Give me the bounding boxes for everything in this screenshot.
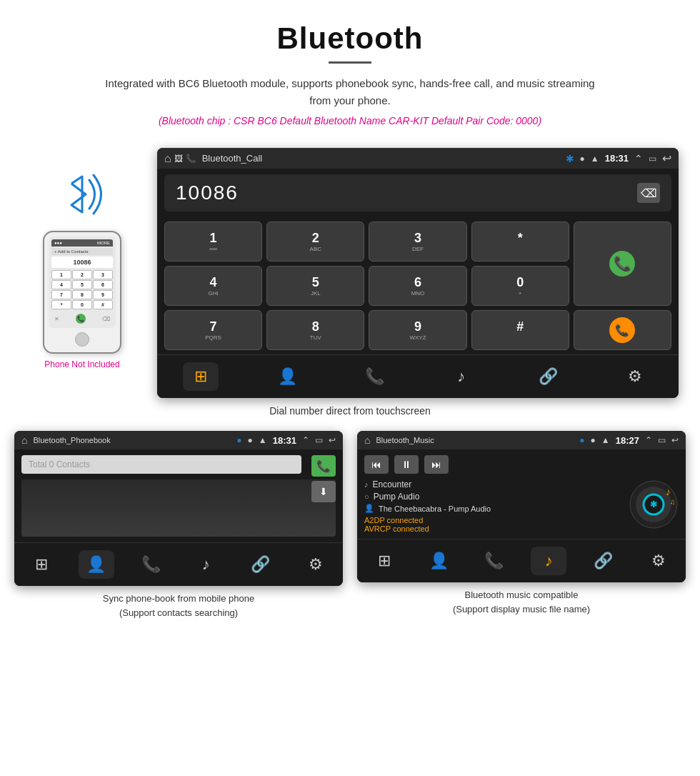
backspace-button[interactable]: ⌫	[637, 183, 660, 203]
key-3[interactable]: 3DEF	[369, 222, 466, 262]
key-hash[interactable]: #	[471, 310, 569, 350]
music-status-icons: ⌂ Bluetooth_Music	[364, 434, 575, 446]
dialer-time: 18:31	[605, 153, 629, 164]
avrcp-label: AVRCP connected	[364, 524, 629, 533]
phonebook-caption: Sync phone-book from mobile phone(Suppor…	[14, 592, 343, 620]
signal-icon: ▲	[591, 154, 599, 164]
pb-window-icon[interactable]: ▭	[315, 435, 323, 445]
dialer-number: 10086	[176, 181, 239, 204]
phone-section: ●●●MORE + Add to Contacts 10086 123 456 …	[14, 148, 150, 369]
key-7[interactable]: 7PQRS	[164, 310, 262, 350]
phone-bottom-bar: ✕ 📞 ⌫	[51, 312, 113, 325]
page-specs: (Bluetooth chip : CSR BC6 Default Blueto…	[14, 115, 686, 126]
nav-link[interactable]: 🔗	[530, 362, 566, 391]
a2dp-status: A2DP connected AVRCP connected	[364, 516, 629, 533]
dialer-bottom-nav: ⊞ 👤 📞 ♪ 🔗 ⚙	[157, 354, 679, 398]
music-block: ⌂ Bluetooth_Music ● ● ▲ 18:27 ⌃ ▭ ↩ ⏮ ⏸ …	[357, 431, 686, 620]
phonebook-search-bar[interactable]: Total 0 Contacts	[21, 455, 301, 474]
expand-icon[interactable]: ⌃	[634, 153, 643, 164]
pb-dot-blue: ●	[236, 435, 241, 445]
music-nav-link[interactable]: 🔗	[586, 547, 621, 575]
title-underline	[329, 61, 371, 64]
pb-back-icon[interactable]: ↩	[329, 435, 336, 445]
nav-phone[interactable]: 📞	[356, 362, 392, 391]
person-icon: 👤	[364, 504, 374, 513]
recall-button[interactable]: 📞↺	[574, 310, 671, 350]
key-6[interactable]: 6MNO	[369, 266, 466, 306]
music-nav-phone[interactable]: 📞	[476, 547, 512, 575]
pb-status-right: ● ● ▲ 18:31 ⌃ ▭ ↩	[236, 435, 336, 446]
phone-icon: 📞	[186, 154, 196, 164]
music-track-2: ○ Pump Audio	[364, 492, 629, 502]
phonebook-status-bar: ⌂ Bluetooth_Phonebook ● ● ▲ 18:31 ⌃ ▭ ↩	[14, 431, 343, 449]
pb-signal: ▲	[259, 435, 267, 445]
pb-nav-contacts[interactable]: 👤	[79, 550, 114, 579]
music-nav-contacts[interactable]: 👤	[421, 547, 457, 575]
key-5[interactable]: 5JKL	[266, 266, 364, 306]
music-caption: Bluetooth music compatible(Support displ…	[357, 588, 686, 616]
key-8[interactable]: 8TUV	[266, 310, 364, 350]
back-icon[interactable]: ↩	[662, 151, 671, 165]
pb-nav-settings[interactable]: ⚙	[298, 550, 334, 579]
phone-screen-header: ●●●MORE	[51, 239, 113, 247]
music-info-area: ♪ Encounter ○ Pump Audio 👤 The Cheebacab…	[357, 477, 686, 539]
page-title: Bluetooth	[14, 21, 686, 56]
pb-time: 18:31	[273, 435, 296, 446]
pb-expand-icon[interactable]: ⌃	[302, 435, 309, 445]
music-track-1: ♪ Encounter	[364, 479, 629, 489]
status-right: ✱ ● ▲ 18:31 ⌃ ▭ ↩	[566, 151, 671, 165]
nav-contacts[interactable]: 👤	[269, 362, 305, 391]
pb-nav-link[interactable]: 🔗	[243, 550, 279, 579]
home-icon[interactable]: ⌂	[164, 152, 171, 165]
pb-status-icons: ⌂ Bluetooth_Phonebook	[21, 434, 232, 446]
key-0plus[interactable]: 0+	[471, 266, 569, 306]
phone-add-contact: + Add to Contacts	[51, 248, 113, 255]
pb-nav-phone[interactable]: 📞	[134, 550, 169, 579]
music-home-icon[interactable]: ⌂	[364, 434, 370, 446]
play-pause-button[interactable]: ⏸	[394, 455, 419, 474]
music-dot: ●	[591, 435, 596, 445]
page-description: Integrated with BC6 Bluetooth module, su…	[100, 75, 600, 109]
phonebook-bottom-nav: ⊞ 👤 📞 ♪ 🔗 ⚙	[14, 542, 343, 586]
music-nav-music[interactable]: ♪	[531, 547, 566, 575]
track-1-name: Encounter	[373, 479, 412, 489]
music-back-icon[interactable]: ↩	[671, 435, 679, 445]
pb-nav-music[interactable]: ♪	[188, 550, 224, 579]
window-icon[interactable]: ▭	[649, 154, 656, 164]
nav-settings[interactable]: ⚙	[617, 362, 653, 391]
main-content: ●●●MORE + Add to Contacts 10086 123 456 …	[0, 148, 700, 398]
search-placeholder: Total 0 Contacts	[29, 459, 90, 469]
music-status-bar: ⌂ Bluetooth_Music ● ● ▲ 18:27 ⌃ ▭ ↩	[357, 431, 686, 449]
pb-home-icon[interactable]: ⌂	[21, 434, 27, 446]
next-track-button[interactable]: ⏭	[424, 455, 449, 474]
key-1[interactable]: 1∞∞	[164, 222, 262, 262]
pb-nav-dialpad[interactable]: ⊞	[24, 550, 59, 579]
vinyl-svg: ✱ ♪ ♫	[629, 479, 679, 529]
music-nav-dialpad[interactable]: ⊞	[366, 547, 402, 575]
image-icon: 🖼	[174, 154, 183, 164]
svg-text:♪: ♪	[666, 486, 671, 497]
key-star[interactable]: *	[471, 222, 569, 262]
prev-track-button[interactable]: ⏮	[364, 455, 389, 474]
music-nav-settings[interactable]: ⚙	[641, 547, 676, 575]
car-screen-section: ⌂ 🖼 📞 Bluetooth_Call ✱ ● ▲ 18:31 ⌃ ▭ ↩ 1…	[150, 148, 686, 398]
vinyl-record: ✱ ♪ ♫	[629, 479, 679, 529]
nav-music[interactable]: ♪	[444, 362, 479, 391]
music-window-icon[interactable]: ▭	[658, 435, 666, 445]
key-4[interactable]: 4GHI	[164, 266, 262, 306]
bluetooth-signal-icon	[50, 162, 114, 227]
nav-dialpad[interactable]: ⊞	[183, 362, 219, 391]
music-track-list: ♪ Encounter ○ Pump Audio 👤 The Cheebacab…	[364, 479, 629, 533]
music-expand-icon[interactable]: ⌃	[645, 435, 652, 445]
page-header: Bluetooth Integrated with BC6 Bluetooth …	[0, 0, 700, 148]
phonebook-call-btn[interactable]: 📞	[311, 455, 336, 477]
key-9[interactable]: 9WXYZ	[369, 310, 466, 350]
call-button[interactable]: 📞	[574, 222, 671, 306]
key-2[interactable]: 2ABC	[266, 222, 364, 262]
track-2-name: Pump Audio	[374, 492, 420, 502]
phonebook-download-btn[interactable]: ⬇	[311, 481, 336, 502]
music-bottom-nav: ⊞ 👤 📞 ♪ 🔗 ⚙	[357, 539, 686, 582]
dialer-display: 10086 ⌫	[164, 174, 671, 212]
dot-icon: ●	[580, 154, 585, 164]
music-app-name: Bluetooth_Music	[376, 436, 434, 444]
